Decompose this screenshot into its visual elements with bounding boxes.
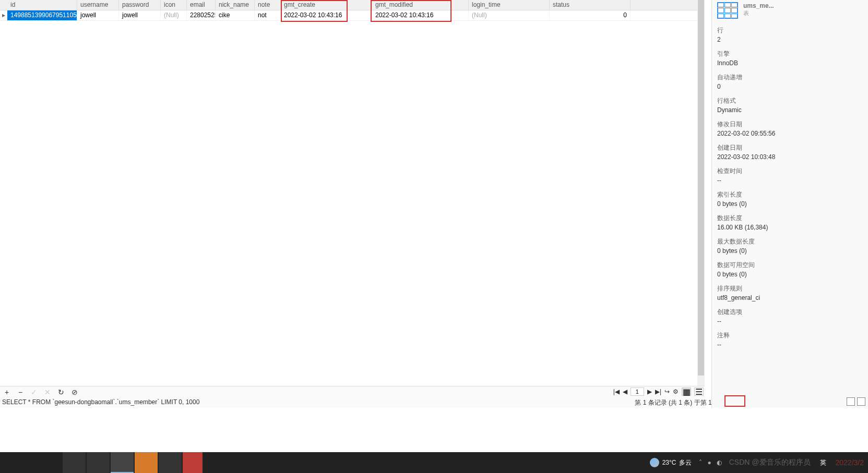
- last-page-button[interactable]: ▶|: [655, 388, 661, 395]
- cancel-button[interactable]: ✕: [43, 388, 52, 396]
- meta-datafree-label: 数据可用空间: [717, 261, 863, 270]
- meta-rows-value: 2: [717, 36, 863, 43]
- col-nickname[interactable]: nick_name: [216, 0, 255, 10]
- meta-maxlen-label: 最大数据长度: [717, 237, 863, 246]
- add-row-button[interactable]: +: [2, 388, 11, 396]
- panel-subtitle: 表: [743, 9, 774, 17]
- col-gmt-create[interactable]: gmt_create: [281, 0, 372, 10]
- task-item-2[interactable]: [87, 452, 110, 473]
- cell-gmt-modified[interactable]: 2022-03-02 10:43:16: [372, 10, 469, 20]
- col-email[interactable]: email: [187, 0, 216, 10]
- properties-panel: ums_me... 表 行2 引擎InnoDB 自动递增0 行格式Dynamic…: [711, 0, 868, 408]
- system-tray[interactable]: ˄ ● ◐: [699, 459, 721, 466]
- col-gmt-modified[interactable]: gmt_modified: [372, 0, 469, 10]
- task-item-1[interactable]: [63, 452, 86, 473]
- record-status: 第 1 条记录 (共 1 条) 于第 1 页: [633, 397, 722, 408]
- data-grid-area: id username password icon email nick_nam…: [0, 0, 705, 386]
- tray-chevron-icon[interactable]: ˄: [699, 459, 702, 466]
- grid-view-button[interactable]: ▦: [682, 387, 691, 396]
- task-item-4[interactable]: [135, 452, 158, 473]
- vertical-scrollbar[interactable]: [697, 0, 705, 396]
- ime-indicator[interactable]: 英: [818, 457, 828, 468]
- meta-createopt-label: 创建选项: [717, 308, 863, 317]
- table-icon: [717, 2, 738, 19]
- first-page-button[interactable]: |◀: [613, 388, 620, 395]
- settings-button[interactable]: ⚙: [673, 388, 679, 395]
- scrollbar-thumb[interactable]: [698, 0, 704, 375]
- tray-icon-1[interactable]: ●: [707, 459, 711, 466]
- meta-createopt-value: --: [717, 318, 863, 325]
- delete-row-button[interactable]: −: [16, 388, 25, 396]
- cell-password[interactable]: jowell: [119, 10, 161, 20]
- meta-datafree-value: 0 bytes (0): [717, 271, 863, 278]
- panel-title: ums_me...: [743, 2, 774, 9]
- sql-statement: SELECT * FROM `geesun-dongbaomall`.`ums_…: [0, 397, 705, 408]
- toggle-panel-left[interactable]: [847, 397, 855, 406]
- goto-button[interactable]: ↪: [664, 388, 670, 395]
- cell-email[interactable]: 22802525:: [187, 10, 216, 20]
- watermark: CSDN @爱音乐的程序员: [729, 458, 811, 467]
- weather-temp: 23°C: [662, 459, 676, 466]
- meta-engine-label: 引擎: [717, 50, 863, 58]
- weather-desc: 多云: [679, 458, 692, 467]
- row-marker-icon: [0, 10, 7, 20]
- grid-toolbar: + − ✓ ✕ ↻ ⊘: [0, 386, 705, 397]
- col-id[interactable]: id: [7, 0, 77, 10]
- col-status[interactable]: status: [550, 0, 631, 10]
- cell-gmt-create[interactable]: 2022-03-02 10:43:16: [281, 10, 372, 20]
- meta-rows-label: 行: [717, 26, 863, 35]
- task-item-5[interactable]: [159, 452, 182, 473]
- toggle-panel-right[interactable]: [857, 397, 865, 406]
- col-username[interactable]: username: [77, 0, 119, 10]
- date-text: 2022/3/2: [836, 458, 864, 467]
- meta-comment-label: 注释: [717, 331, 863, 340]
- table-row[interactable]: 1498851399067951105 jowell jowell (Null)…: [0, 10, 705, 21]
- col-note[interactable]: note: [255, 0, 281, 10]
- cell-nickname[interactable]: cike: [216, 10, 255, 20]
- cell-icon[interactable]: (Null): [161, 10, 187, 20]
- page-input[interactable]: [631, 387, 644, 396]
- meta-collation-value: utf8_general_ci: [717, 294, 863, 301]
- meta-collation-label: 排序规则: [717, 284, 863, 293]
- cell-login-time[interactable]: (Null): [469, 10, 550, 20]
- weather-widget[interactable]: 23°C 多云: [650, 458, 692, 467]
- meta-modified-value: 2022-03-02 09:55:56: [717, 130, 863, 137]
- meta-autoinc-label: 自动递增: [717, 73, 863, 82]
- tray-icon-2[interactable]: ◐: [717, 459, 722, 466]
- meta-rowfmt-label: 行格式: [717, 96, 863, 105]
- meta-maxlen-value: 0 bytes (0): [717, 247, 863, 254]
- meta-comment-value: --: [717, 341, 863, 348]
- prev-page-button[interactable]: ◀: [623, 388, 627, 395]
- cell-note[interactable]: not: [255, 10, 281, 20]
- col-password[interactable]: password: [119, 0, 161, 10]
- apply-button[interactable]: ✓: [29, 388, 39, 396]
- meta-created-label: 创建日期: [717, 143, 863, 152]
- col-login-time[interactable]: login_time: [469, 0, 550, 10]
- grid-nav-toolbar: |◀ ◀ ▶ ▶| ↪ ⚙ ▦ ☰: [613, 386, 704, 397]
- task-item-3[interactable]: [111, 452, 134, 473]
- clock-area[interactable]: 2022/3/2: [836, 458, 864, 467]
- meta-datalen-label: 数据长度: [717, 214, 863, 223]
- meta-engine-value: InnoDB: [717, 59, 863, 67]
- windows-taskbar: 23°C 多云 ˄ ● ◐ CSDN @爱音乐的程序员 英 2022/3/2: [0, 452, 868, 473]
- meta-modified-label: 修改日期: [717, 120, 863, 129]
- panel-toggle-group: [847, 397, 865, 406]
- weather-icon: [650, 458, 659, 467]
- next-page-button[interactable]: ▶: [647, 388, 652, 395]
- table-header-row: id username password icon email nick_nam…: [0, 0, 705, 10]
- meta-created-value: 2022-03-02 10:03:48: [717, 153, 863, 161]
- meta-check-value: --: [717, 177, 863, 184]
- task-item-6[interactable]: [183, 452, 203, 473]
- stop-button[interactable]: ⊘: [70, 388, 79, 396]
- meta-indexlen-value: 0 bytes (0): [717, 200, 863, 208]
- refresh-button[interactable]: ↻: [56, 388, 66, 396]
- cell-id[interactable]: 1498851399067951105: [7, 10, 77, 20]
- col-icon[interactable]: icon: [161, 0, 187, 10]
- cell-username[interactable]: jowell: [77, 10, 119, 20]
- meta-autoinc-value: 0: [717, 83, 863, 90]
- cell-status[interactable]: 0: [550, 10, 631, 20]
- meta-indexlen-label: 索引长度: [717, 190, 863, 199]
- form-view-button[interactable]: ☰: [694, 387, 704, 396]
- meta-check-label: 检查时间: [717, 167, 863, 176]
- meta-datalen-value: 16.00 KB (16,384): [717, 224, 863, 231]
